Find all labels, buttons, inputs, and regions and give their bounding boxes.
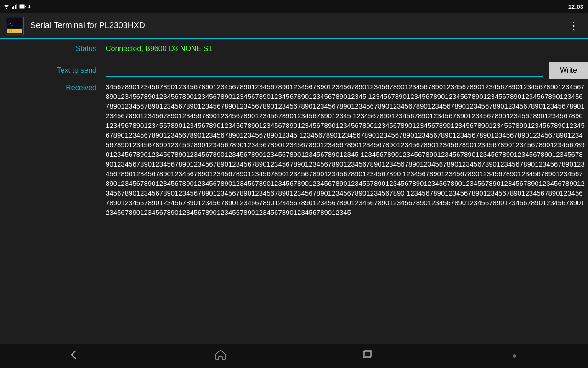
svg-point-0 xyxy=(6,8,7,9)
home-button[interactable] xyxy=(207,346,234,366)
dot-indicator xyxy=(501,346,528,366)
svg-point-12 xyxy=(9,29,12,32)
text-to-send-label: Text to send xyxy=(0,66,106,75)
main-content: Status Connected, B9600 D8 NONE S1 Text … xyxy=(0,39,588,344)
svg-rect-14 xyxy=(365,350,371,356)
signal-icon xyxy=(12,4,17,9)
status-value: Connected, B9600 D8 NONE S1 xyxy=(106,45,588,53)
svg-rect-6 xyxy=(25,6,26,7)
svg-text:>_: >_ xyxy=(8,21,13,26)
received-label: Received xyxy=(0,82,106,344)
received-row: Received 3456789012345678901234567890123… xyxy=(0,82,588,344)
send-row: Text to send Write xyxy=(0,59,588,82)
write-button[interactable]: Write xyxy=(549,62,588,79)
svg-rect-4 xyxy=(16,4,17,9)
app-icon: >_ xyxy=(6,17,24,35)
nav-dot xyxy=(513,354,516,358)
recents-icon xyxy=(361,348,374,364)
back-icon xyxy=(67,348,80,364)
status-bar-left-icons: ⬇ xyxy=(0,0,31,13)
terminal-icon: >_ xyxy=(6,17,23,34)
status-time: 12:03 xyxy=(568,3,583,10)
send-input[interactable] xyxy=(106,64,543,77)
status-bar: ⬇ 12:03 xyxy=(0,0,588,13)
svg-rect-7 xyxy=(20,5,24,8)
app-bar: >_ Serial Terminal for PL2303HXD ⋮ xyxy=(0,13,588,39)
app-title: Serial Terminal for PL2303HXD xyxy=(30,21,565,30)
download-icon: ⬇ xyxy=(28,4,31,9)
svg-rect-1 xyxy=(12,7,13,9)
nav-bar xyxy=(0,344,588,368)
svg-rect-2 xyxy=(13,6,14,9)
battery-icon xyxy=(19,4,26,9)
received-content[interactable]: 3456789012345678901234567890123456789012… xyxy=(106,82,588,344)
menu-button[interactable]: ⋮ xyxy=(565,18,582,34)
wifi-icon xyxy=(3,4,10,9)
svg-rect-3 xyxy=(15,5,16,9)
back-button[interactable] xyxy=(60,346,87,366)
send-input-wrapper xyxy=(106,64,545,77)
status-label: Status xyxy=(0,45,106,53)
home-icon xyxy=(214,348,227,364)
recents-button[interactable] xyxy=(354,346,381,366)
status-row: Status Connected, B9600 D8 NONE S1 xyxy=(0,39,588,59)
